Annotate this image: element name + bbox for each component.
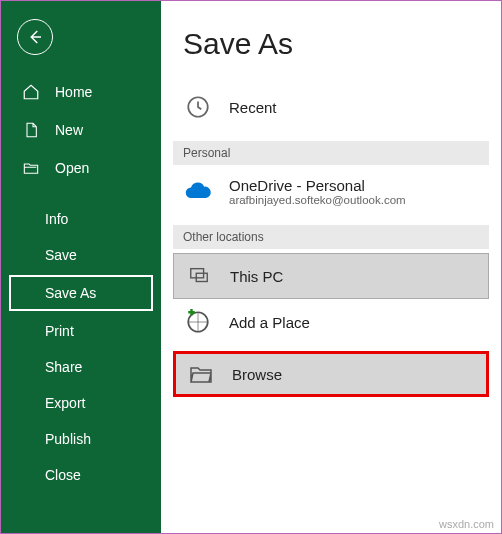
pc-icon [184,261,214,291]
page-title: Save As [183,27,501,61]
thispc-label: This PC [230,268,283,285]
main-panel: Save As Recent Personal OneDrive - Perso… [161,1,501,533]
section-personal: Personal [173,141,489,165]
folder-open-icon [21,158,41,178]
folder-browse-icon [186,359,216,389]
back-button[interactable] [17,19,53,55]
thispc-row[interactable]: This PC [173,253,489,299]
nav-info[interactable]: Info [1,201,161,237]
clock-icon [183,92,213,122]
nav-open[interactable]: Open [1,149,161,187]
nav-open-label: Open [55,160,89,176]
sidebar: Home New Open Info Save Save As Print Sh… [1,1,161,533]
nav-saveas[interactable]: Save As [9,275,153,311]
arrow-left-icon [26,28,44,46]
nav-new-label: New [55,122,83,138]
nav-share[interactable]: Share [1,349,161,385]
nav-new[interactable]: New [1,111,161,149]
nav-save[interactable]: Save [1,237,161,273]
browse-label: Browse [232,366,282,383]
cloud-icon [183,176,213,206]
nav-home-label: Home [55,84,92,100]
watermark: wsxdn.com [439,518,494,530]
nav-export[interactable]: Export [1,385,161,421]
onedrive-title: OneDrive - Personal [229,177,406,194]
nav-home[interactable]: Home [1,73,161,111]
nav-publish[interactable]: Publish [1,421,161,457]
recent-label: Recent [229,99,277,116]
addplace-label: Add a Place [229,314,310,331]
section-other: Other locations [173,225,489,249]
browse-row[interactable]: Browse [173,351,489,397]
document-new-icon [21,120,41,140]
home-icon [21,82,41,102]
recent-row[interactable]: Recent [161,85,501,129]
onedrive-email: arafbinjayed.softeko@outlook.com [229,194,406,206]
nav-close[interactable]: Close [1,457,161,493]
onedrive-row[interactable]: OneDrive - Personal arafbinjayed.softeko… [161,169,501,213]
addplace-row[interactable]: Add a Place [173,299,489,345]
nav-print[interactable]: Print [1,313,161,349]
add-place-icon [183,307,213,337]
